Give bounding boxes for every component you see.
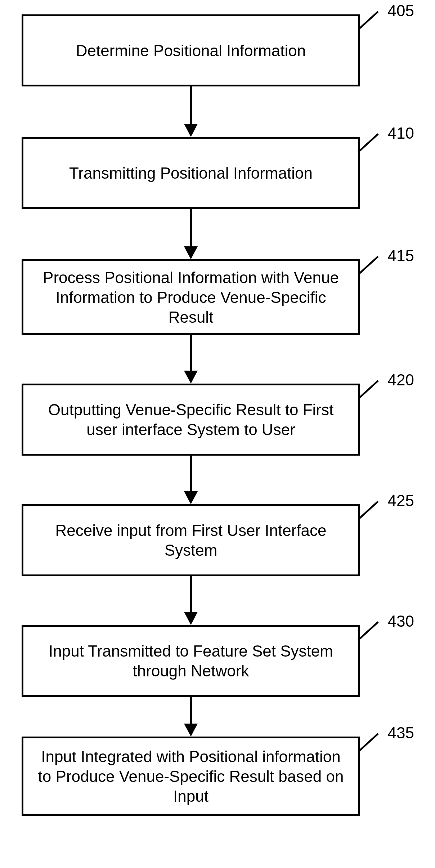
ref-label: 410 bbox=[388, 124, 414, 142]
leader-line bbox=[358, 10, 384, 35]
svg-marker-17 bbox=[184, 724, 198, 737]
arrow-down bbox=[182, 86, 200, 137]
flow-step-text: Input Transmitted to Feature Set System … bbox=[38, 641, 344, 681]
arrow-wrap bbox=[22, 576, 360, 625]
svg-marker-5 bbox=[184, 246, 198, 259]
arrow-down bbox=[182, 697, 200, 737]
svg-line-9 bbox=[358, 381, 378, 399]
leader-line bbox=[358, 500, 384, 525]
flow-step-425: Receive input from First User Interface … bbox=[22, 504, 360, 576]
flow-step-text: Transmitting Positional Information bbox=[69, 163, 313, 183]
arrow-wrap bbox=[22, 209, 360, 259]
arrow-down bbox=[182, 576, 200, 625]
leader-line bbox=[358, 255, 384, 280]
leader-line bbox=[358, 132, 384, 157]
svg-marker-8 bbox=[184, 371, 198, 384]
leader-line bbox=[358, 732, 384, 757]
svg-marker-14 bbox=[184, 612, 198, 625]
svg-line-6 bbox=[358, 256, 378, 274]
flow-step-410: Transmitting Positional Information 410 bbox=[22, 137, 360, 209]
flowchart-container: Determine Positional Information 405 Tra… bbox=[22, 14, 411, 816]
svg-line-15 bbox=[358, 622, 378, 640]
svg-line-18 bbox=[358, 734, 378, 752]
flow-step-text: Receive input from First User Interface … bbox=[38, 520, 344, 560]
ref-label: 430 bbox=[388, 612, 414, 630]
svg-marker-11 bbox=[184, 491, 198, 504]
flow-step-405: Determine Positional Information 405 bbox=[22, 14, 360, 86]
svg-line-0 bbox=[358, 12, 378, 30]
ref-label: 425 bbox=[388, 492, 414, 510]
svg-line-12 bbox=[358, 501, 378, 519]
flow-step-430: Input Transmitted to Feature Set System … bbox=[22, 625, 360, 697]
flow-step-text: Outputting Venue-Specific Result to Firs… bbox=[38, 400, 344, 439]
arrow-wrap bbox=[22, 456, 360, 504]
svg-marker-2 bbox=[184, 124, 198, 137]
flow-step-420: Outputting Venue-Specific Result to Firs… bbox=[22, 384, 360, 456]
arrow-down bbox=[182, 456, 200, 504]
ref-label: 415 bbox=[388, 247, 414, 265]
flow-step-415: Process Positional Information with Venu… bbox=[22, 259, 360, 335]
arrow-down bbox=[182, 335, 200, 384]
ref-label: 435 bbox=[388, 724, 414, 742]
flow-step-435: Input Integrated with Positional informa… bbox=[22, 737, 360, 816]
flow-step-text: Input Integrated with Positional informa… bbox=[38, 747, 344, 806]
arrow-wrap bbox=[22, 335, 360, 384]
arrow-down bbox=[182, 209, 200, 259]
leader-line bbox=[358, 379, 384, 404]
svg-line-3 bbox=[358, 134, 378, 152]
flow-step-text: Process Positional Information with Venu… bbox=[38, 268, 344, 327]
arrow-wrap bbox=[22, 697, 360, 737]
ref-label: 405 bbox=[388, 2, 414, 20]
ref-label: 420 bbox=[388, 371, 414, 389]
leader-line bbox=[358, 620, 384, 645]
flow-step-text: Determine Positional Information bbox=[76, 41, 306, 61]
arrow-wrap bbox=[22, 86, 360, 137]
